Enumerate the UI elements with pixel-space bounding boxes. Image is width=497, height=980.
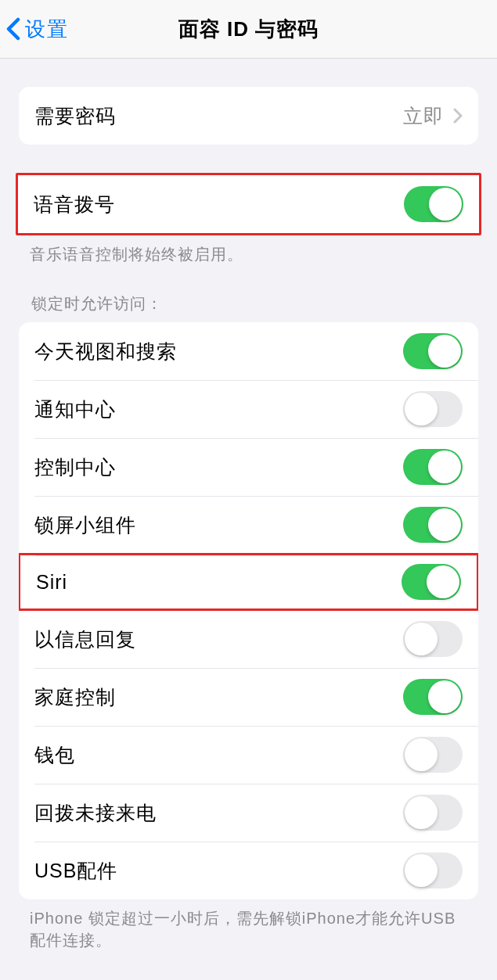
lock-access-label: USB配件: [34, 858, 403, 884]
chevron-left-icon: [6, 17, 20, 41]
chevron-right-icon: [453, 108, 463, 124]
lock-access-toggle[interactable]: [403, 737, 463, 773]
toggle-knob: [428, 680, 461, 713]
toggle-knob: [405, 738, 438, 771]
page-title: 面容 ID 与密码: [0, 16, 497, 43]
toggle-knob: [428, 508, 461, 541]
lock-access-row: 今天视图和搜索: [19, 322, 478, 380]
toggle-knob: [405, 393, 438, 425]
lock-access-group: 今天视图和搜索通知中心控制中心锁屏小组件Siri以信息回复家庭控制钱包回拨未接来…: [19, 322, 478, 899]
lock-access-label: 通知中心: [34, 397, 403, 422]
lock-access-label: 回拨未接来电: [34, 800, 403, 826]
lock-access-label: 钱包: [34, 742, 403, 768]
lock-access-row: 钱包: [19, 726, 478, 784]
lock-access-row: 以信息回复: [19, 610, 478, 668]
toggle-knob: [428, 451, 461, 483]
toggle-knob: [428, 335, 461, 368]
lock-access-row: 家庭控制: [19, 668, 478, 726]
lock-access-label: 今天视图和搜索: [34, 339, 403, 364]
lock-access-label: 控制中心: [34, 454, 403, 480]
lock-access-footer: iPhone 锁定超过一小时后，需先解锁iPhone才能允许USB 配件连接。: [0, 899, 497, 951]
voice-dial-group: 语音拨号: [16, 173, 481, 235]
require-passcode-value: 立即: [403, 103, 444, 129]
toggle-knob: [427, 565, 459, 598]
lock-access-toggle[interactable]: [403, 853, 463, 888]
content: 需要密码 立即 语音拨号 音乐语音控制将始终被启用。 锁定时允许访问： 今天视图…: [0, 87, 497, 951]
lock-access-toggle[interactable]: [402, 564, 461, 600]
toggle-knob: [405, 623, 438, 655]
lock-access-toggle[interactable]: [403, 391, 463, 427]
lock-access-label: 家庭控制: [34, 684, 403, 710]
lock-access-label: 以信息回复: [34, 626, 403, 652]
lock-access-toggle[interactable]: [403, 449, 463, 485]
require-passcode-group: 需要密码 立即: [19, 87, 478, 145]
lock-access-header: 锁定时允许访问：: [0, 265, 497, 322]
back-button[interactable]: 设置: [6, 16, 69, 43]
require-passcode-label: 需要密码: [34, 103, 403, 129]
lock-access-row: 控制中心: [19, 438, 478, 496]
lock-access-label: Siri: [36, 571, 402, 594]
voice-dial-label: 语音拨号: [34, 192, 404, 217]
voice-dial-toggle[interactable]: [404, 186, 463, 222]
toggle-knob: [405, 854, 438, 887]
toggle-knob: [429, 188, 462, 221]
toggle-knob: [405, 796, 438, 829]
voice-dial-footer: 音乐语音控制将始终被启用。: [0, 235, 497, 265]
voice-dial-row: 语音拨号: [18, 175, 479, 233]
nav-header: 设置 面容 ID 与密码: [0, 0, 497, 59]
lock-access-toggle[interactable]: [403, 621, 463, 657]
lock-access-label: 锁屏小组件: [34, 512, 403, 538]
lock-access-row: USB配件: [19, 842, 478, 899]
lock-access-row: Siri: [19, 553, 478, 611]
back-label: 设置: [25, 16, 69, 43]
lock-access-row: 通知中心: [19, 380, 478, 438]
lock-access-row: 锁屏小组件: [19, 496, 478, 554]
lock-access-toggle[interactable]: [403, 795, 463, 831]
require-passcode-row[interactable]: 需要密码 立即: [19, 87, 478, 145]
lock-access-toggle[interactable]: [403, 333, 463, 369]
lock-access-row: 回拨未接来电: [19, 784, 478, 842]
lock-access-toggle[interactable]: [403, 679, 463, 715]
lock-access-toggle[interactable]: [403, 507, 463, 543]
